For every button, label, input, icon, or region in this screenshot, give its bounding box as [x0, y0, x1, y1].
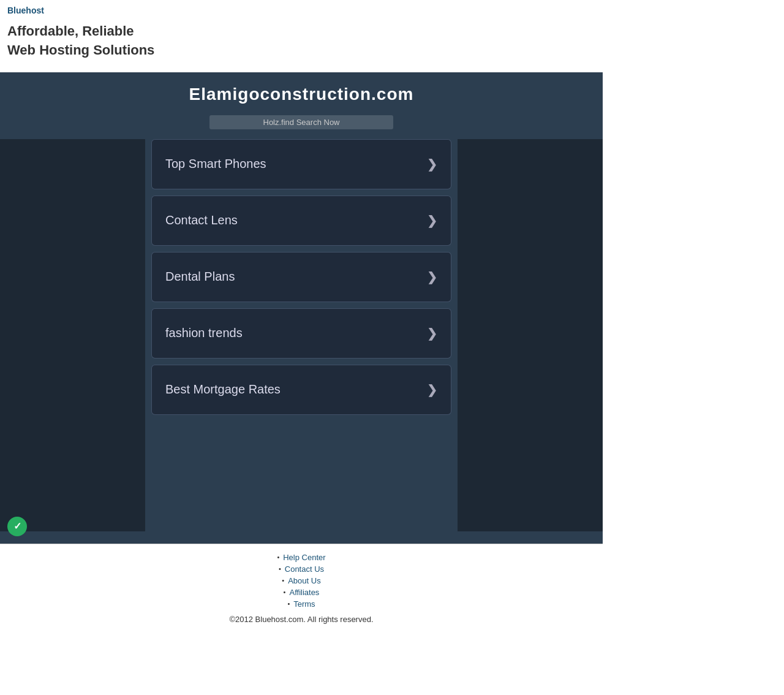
search-bar-placeholder[interactable]: Holz.find Search Now — [209, 115, 393, 129]
footer-link-2[interactable]: About Us — [288, 576, 320, 585]
footer-bullet-2: • — [282, 577, 284, 584]
footer-link-row-3: •Affiliates — [284, 588, 320, 597]
footer-bullet-0: • — [277, 553, 279, 561]
footer-links: •Help Center•Contact Us•About Us•Affilia… — [0, 553, 603, 609]
tagline: Affordable, Reliable Web Hosting Solutio… — [7, 22, 777, 60]
footer-link-0[interactable]: Help Center — [283, 553, 325, 562]
menu-item-label-2: Dental Plans — [165, 270, 235, 284]
menu-item-label-3: fashion trends — [165, 326, 243, 340]
menu-item-arrow-0: ❯ — [427, 157, 437, 172]
badge-symbol: ✓ — [13, 520, 21, 532]
tagline-line1: Affordable, Reliable — [7, 23, 134, 39]
header: Bluehost Affordable, Reliable Web Hostin… — [0, 0, 784, 65]
main-panel: Elamigoconstruction.com Holz.find Search… — [0, 72, 603, 544]
menu-item-arrow-1: ❯ — [427, 213, 437, 228]
center-col: Top Smart Phones❯Contact Lens❯Dental Pla… — [145, 139, 458, 531]
menu-item-arrow-4: ❯ — [427, 382, 437, 397]
menu-item-3[interactable]: fashion trends❯ — [151, 308, 451, 359]
menu-item-arrow-2: ❯ — [427, 270, 437, 284]
footer-link-row-2: •About Us — [282, 576, 320, 585]
footer-link-row-4: •Terms — [287, 599, 315, 609]
side-col-left — [0, 139, 145, 531]
site-title: Elamigoconstruction.com — [0, 85, 603, 104]
tagline-line2: Web Hosting Solutions — [7, 42, 154, 58]
search-bar-area: Holz.find Search Now — [0, 115, 603, 129]
footer-bullet-1: • — [279, 565, 281, 572]
menu-item-1[interactable]: Contact Lens❯ — [151, 196, 451, 246]
footer-copyright: ©2012 Bluehost.com. All rights reserved. — [0, 615, 603, 630]
menu-item-arrow-3: ❯ — [427, 326, 437, 341]
menu-item-4[interactable]: Best Mortgage Rates❯ — [151, 365, 451, 415]
footer-link-4[interactable]: Terms — [293, 599, 315, 609]
footer-link-1[interactable]: Contact Us — [285, 564, 324, 574]
menu-item-2[interactable]: Dental Plans❯ — [151, 252, 451, 302]
menu-item-label-4: Best Mortgage Rates — [165, 382, 281, 397]
footer-bullet-3: • — [284, 588, 286, 596]
menu-item-0[interactable]: Top Smart Phones❯ — [151, 139, 451, 189]
panel-inner: Top Smart Phones❯Contact Lens❯Dental Pla… — [0, 139, 603, 531]
footer-bullet-4: • — [287, 600, 290, 607]
bluehost-logo-link[interactable]: Bluehost — [7, 6, 44, 15]
footer: •Help Center•Contact Us•About Us•Affilia… — [0, 544, 603, 635]
menu-item-label-1: Contact Lens — [165, 213, 238, 227]
bottom-badge: ✓ — [7, 517, 27, 536]
side-col-right — [458, 139, 603, 531]
footer-link-row-1: •Contact Us — [279, 564, 324, 574]
footer-link-3[interactable]: Affiliates — [289, 588, 319, 597]
menu-item-label-0: Top Smart Phones — [165, 157, 266, 171]
footer-link-row-0: •Help Center — [277, 553, 325, 562]
